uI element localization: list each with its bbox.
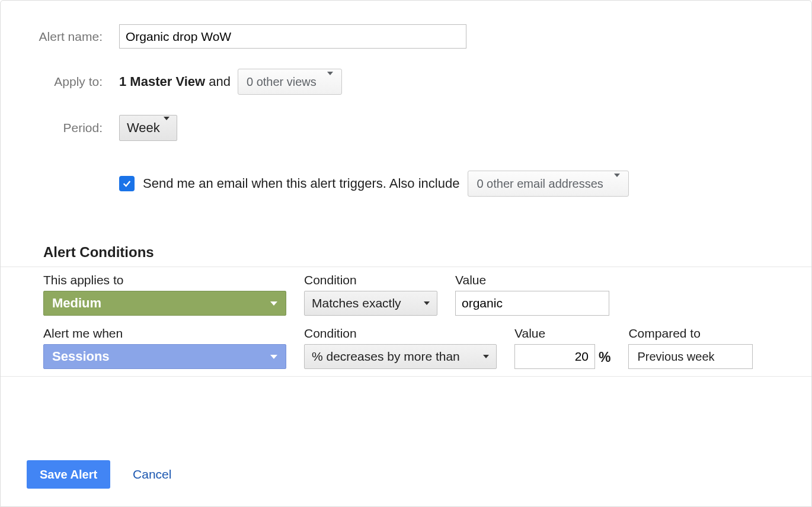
metric-value: Sessions [52,349,110,364]
other-emails-label: 0 other email addresses [477,177,603,191]
metric-select[interactable]: Sessions [43,344,286,369]
section-title-alert-conditions: Alert Conditions [1,244,811,267]
cancel-link[interactable]: Cancel [133,467,171,482]
row-alert-name: Alert name: [1,24,811,49]
dim-value-input[interactable] [455,291,609,316]
col-metric-condition: Condition % decreases by more than [304,326,497,369]
compared-to-box: Previous week [628,344,753,369]
row-period: Period: Week [1,115,811,141]
other-views-dropdown[interactable]: 0 other views [238,69,342,95]
dim-condition-value: Matches exactly [312,296,401,310]
chevron-down-icon [270,355,277,359]
label-compared-to: Compared to [628,326,753,341]
col-compared-to: Compared to Previous week [628,326,753,369]
chevron-down-icon [614,177,620,191]
alert-conditions-block: This applies to Medium Condition Matches… [1,267,811,377]
label-metric-condition: Condition [304,326,497,341]
compared-to-value: Previous week [637,350,714,364]
label-dim-condition: Condition [304,273,437,287]
col-dim-condition: Condition Matches exactly [304,273,437,316]
percent-symbol: % [599,349,610,369]
other-emails-dropdown[interactable]: 0 other email addresses [468,171,628,197]
dimension-select[interactable]: Medium [43,291,286,316]
label-applies-to: This applies to [43,273,286,287]
col-metric-value: Value % [514,326,610,369]
row-email-alert: Send me an email when this alert trigger… [1,171,811,197]
dim-condition-select[interactable]: Matches exactly [304,291,437,316]
check-icon [122,179,132,188]
period-dropdown[interactable]: Week [119,115,177,141]
save-alert-button[interactable]: Save Alert [27,460,110,489]
cond-row-metric: Alert me when Sessions Condition % decre… [43,326,805,369]
chevron-down-icon [424,301,430,305]
dimension-value: Medium [52,296,101,311]
metric-condition-value: % decreases by more than [312,349,460,364]
label-alert-name: Alert name: [12,30,119,44]
label-alert-when: Alert me when [43,326,286,341]
apply-to-text: 1 Master View and [119,74,231,89]
chevron-down-icon [327,75,333,89]
chevron-down-icon [270,301,277,306]
metric-condition-select[interactable]: % decreases by more than [304,344,497,369]
row-apply-to: Apply to: 1 Master View and 0 other view… [1,69,811,95]
col-alert-when: Alert me when Sessions [43,326,286,369]
label-apply-to: Apply to: [12,75,119,89]
alert-name-input[interactable] [119,24,466,49]
label-period: Period: [12,121,119,135]
primary-view-name: 1 Master View [119,74,205,89]
form-footer: Save Alert Cancel [27,460,171,489]
col-dim-value: Value [455,273,609,316]
alert-form-panel: Alert name: Apply to: 1 Master View and … [0,0,812,507]
email-checkbox[interactable] [119,176,135,191]
cond-row-dimension: This applies to Medium Condition Matches… [43,273,805,316]
label-dim-value: Value [455,273,609,287]
metric-value-input[interactable] [514,344,595,369]
col-applies-to: This applies to Medium [43,273,286,316]
period-value: Week [127,120,160,136]
chevron-down-icon [164,120,170,136]
chevron-down-icon [483,355,489,358]
other-views-label: 0 other views [247,75,317,89]
email-checkbox-label: Send me an email when this alert trigger… [143,176,459,191]
label-metric-value: Value [514,326,610,341]
apply-to-conj: and [209,74,231,89]
